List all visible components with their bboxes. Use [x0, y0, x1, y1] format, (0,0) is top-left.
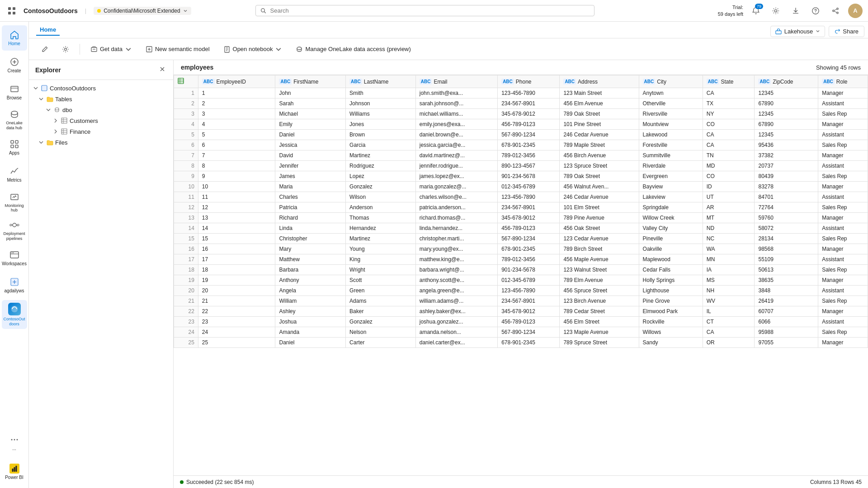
table-row[interactable]: 88JenniferRodriguezjennifer.rodrigue...8… — [174, 161, 868, 171]
cell-lastname: Lopez — [346, 171, 416, 182]
sidebar-item-metrics[interactable]: Metrics — [2, 162, 27, 188]
tree-item-files[interactable]: Files — [29, 137, 173, 148]
notifications-button[interactable]: 79 — [749, 4, 763, 18]
settings-icon-btn[interactable] — [57, 43, 74, 56]
table-row[interactable]: 1414LindaHernandezlinda.hernandez...456-… — [174, 223, 868, 234]
svg-rect-55 — [42, 85, 47, 91]
svg-rect-23 — [15, 145, 18, 148]
content-area: Explorer ContosoOutdoors — [29, 60, 868, 488]
table-row[interactable]: 33MichaelWilliamsmichael.williams...345-… — [174, 109, 868, 119]
col-header-city[interactable]: ABCCity — [639, 75, 703, 88]
col-header-lastname[interactable]: ABCLastName — [346, 75, 416, 88]
settings-button[interactable] — [769, 4, 783, 18]
cell-phone: 789-012-3456 — [498, 150, 560, 161]
manage-onelake-button[interactable]: Manage OneLake data access (preview) — [291, 43, 415, 56]
cell-employeeid: 10 — [198, 182, 275, 192]
tab-home[interactable]: Home — [36, 24, 60, 36]
col-header-role[interactable]: ABCRole — [818, 75, 868, 88]
table-row[interactable]: 1616MaryYoungmary.young@ex...678-901-234… — [174, 244, 868, 254]
tree-item-finance[interactable]: Finance — [29, 126, 173, 137]
sidebar-item-agdailyws-label: agdailyws — [5, 288, 24, 294]
svg-point-27 — [17, 224, 19, 226]
cell-lastname: Garcia — [346, 140, 416, 150]
table-row[interactable]: 2121WilliamAdamswilliam.adams@...234-567… — [174, 296, 868, 306]
table-row[interactable]: 66JessicaGarciajessica.garcia@e...678-90… — [174, 140, 868, 150]
sidebar-item-monitoring[interactable]: Monitoring hub — [2, 189, 27, 216]
sidebar-item-create[interactable]: Create — [2, 52, 27, 78]
sensitivity-icon — [97, 9, 101, 13]
sidebar-item-browse[interactable]: Browse — [2, 80, 27, 105]
row-number: 20 — [174, 286, 198, 296]
table-row[interactable]: 2525DanielCarterdaniel.carter@ex...678-9… — [174, 338, 868, 348]
cell-firstname: Joshua — [275, 317, 346, 327]
cell-email: daniel.brown@e... — [415, 130, 497, 140]
sidebar-item-more[interactable]: ... — [2, 430, 27, 455]
cell-firstname: James — [275, 171, 346, 182]
table-row[interactable]: 55DanielBrowndaniel.brown@e...567-890-12… — [174, 130, 868, 140]
explorer-close-button[interactable] — [158, 65, 167, 75]
sidebar-item-workspaces[interactable]: Workspaces — [2, 246, 27, 271]
tree-item-tables[interactable]: Tables — [29, 94, 173, 104]
cell-zipcode: 50613 — [755, 265, 818, 275]
sensitivity-label[interactable]: Confidential\Microsoft Extended — [94, 7, 191, 15]
table-row[interactable]: 1010MariaGonzalezmaria.gonzalez@...012-3… — [174, 182, 868, 192]
svg-rect-17 — [11, 86, 18, 92]
col-header-employeeid[interactable]: ABCEmployeeID — [198, 75, 275, 88]
sidebar-item-contoso[interactable]: ContosoOut doors — [2, 300, 27, 329]
open-notebook-button[interactable]: Open notebook — [218, 43, 288, 56]
cell-phone: 012-345-6789 — [498, 275, 560, 286]
help-button[interactable] — [808, 4, 823, 18]
share-button[interactable]: Share — [829, 26, 864, 37]
workspace-title: ContosoOutdoors — [24, 7, 78, 14]
sidebar-item-onelake[interactable]: OneLake data hub — [2, 107, 27, 133]
apps-grid-icon[interactable] — [5, 5, 18, 17]
col-header-zipcode[interactable]: ABCZipCode — [755, 75, 818, 88]
table-row[interactable]: 2020AngelaGreenangela.green@e...123-456-… — [174, 286, 868, 296]
data-table-wrapper[interactable]: ABCEmployeeID ABCFirstName ABCLastName A… — [174, 75, 868, 475]
tree-item-customers[interactable]: Customers — [29, 115, 173, 126]
edit-icon-btn[interactable] — [36, 43, 53, 56]
col-header-firstname[interactable]: ABCFirstName — [275, 75, 346, 88]
table-row[interactable]: 2323JoshuaGonzalezjoshua.gonzalez...456-… — [174, 317, 868, 327]
download-button[interactable] — [788, 4, 803, 18]
sidebar-item-agdailyws[interactable]: agdailyws — [2, 273, 27, 298]
lakehouse-button[interactable]: Lakehouse — [770, 26, 826, 37]
col-header-address[interactable]: ABCAddress — [560, 75, 639, 88]
share-network-button[interactable] — [828, 4, 843, 18]
table-row[interactable]: 1717MatthewKingmatthew.king@e...789-012-… — [174, 254, 868, 265]
table-row[interactable]: 1919AnthonyScottanthony.scott@e...012-34… — [174, 275, 868, 286]
sidebar-item-powerbi[interactable]: Power BI — [2, 459, 27, 484]
search-bar[interactable] — [255, 5, 594, 16]
user-avatar[interactable]: A — [848, 4, 863, 18]
sidebar-item-apps[interactable]: Apps — [2, 135, 27, 160]
get-data-button[interactable]: Get data — [85, 43, 137, 56]
table-row[interactable]: 1818BarbaraWrightbarbara.wright@...901-2… — [174, 265, 868, 275]
table-row[interactable]: 44EmilyJonesemily.jones@exa...456-789-01… — [174, 119, 868, 130]
table-row[interactable]: 2222AshleyBakerashley.baker@ex...345-678… — [174, 306, 868, 317]
tree-item-dbo[interactable]: dbo — [29, 104, 173, 115]
table-row[interactable]: 1515ChristopherMartinezchristopher.marti… — [174, 234, 868, 244]
table-row[interactable]: 22SarahJohnsonsarah.johnson@...234-567-8… — [174, 99, 868, 109]
row-number: 6 — [174, 140, 198, 150]
table-row[interactable]: 1111CharlesWilsoncharles.wilson@e...123-… — [174, 192, 868, 202]
search-input[interactable] — [270, 7, 590, 14]
table-row[interactable]: 1212PatriciaAndersonpatricia.anderson...… — [174, 202, 868, 213]
svg-point-44 — [65, 48, 67, 50]
new-semantic-model-button[interactable]: New semantic model — [141, 43, 215, 56]
col-header-email[interactable]: ABCEmail — [415, 75, 497, 88]
tree-item-workspace[interactable]: ContosoOutdoors — [29, 83, 173, 94]
table-row[interactable]: 1313RichardThomasrichard.thomas@...345-6… — [174, 213, 868, 223]
cell-firstname: Charles — [275, 192, 346, 202]
col-header-state[interactable]: ABCState — [703, 75, 755, 88]
cell-zipcode: 37382 — [755, 150, 818, 161]
sidebar-item-home[interactable]: Home — [2, 25, 27, 51]
cell-phone: 345-678-9012 — [498, 213, 560, 223]
cell-address: 789 Oak Street — [560, 109, 639, 119]
cell-email: barbara.wright@... — [415, 265, 497, 275]
table-row[interactable]: 11JohnSmithjohn.smith@exa...123-456-7890… — [174, 88, 868, 99]
col-header-phone[interactable]: ABCPhone — [498, 75, 560, 88]
table-row[interactable]: 77DavidMartinezdavid.martinez@...789-012… — [174, 150, 868, 161]
table-row[interactable]: 99JamesLopezjames.lopez@ex...901-234-567… — [174, 171, 868, 182]
table-row[interactable]: 2424AmandaNelsonamanda.nelson...567-890-… — [174, 327, 868, 338]
sidebar-item-deployment[interactable]: Deployment pipelines — [2, 217, 27, 244]
